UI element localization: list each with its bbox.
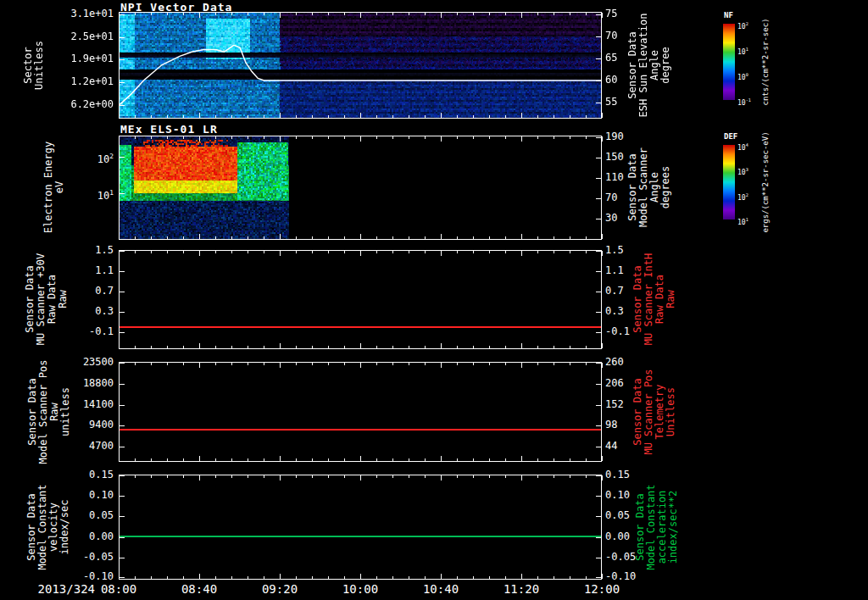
x-tick-mark: [231, 363, 232, 365]
x-tick-mark: [183, 346, 184, 348]
right-axis-label: Sensor DataMU Scanner PosTelemetryUnitle…: [632, 369, 676, 454]
x-tick-mark: [586, 236, 587, 239]
x-tick-mark: [280, 234, 281, 239]
x-tick-mark: [344, 115, 345, 118]
y-tick-mark: [120, 292, 125, 292]
model-constant-velocity-line: [120, 536, 601, 537]
x-tick-mark: [135, 115, 136, 118]
x-tick-mark: [392, 346, 393, 348]
x-tick-mark: [441, 574, 442, 579]
x-tick-mark: [151, 363, 152, 365]
x-tick-mark: [119, 456, 120, 461]
x-tick-mark: [360, 136, 361, 142]
x-tick-mark: [425, 458, 426, 461]
x-tick-mark: [312, 475, 313, 478]
x-tick-mark: [505, 475, 506, 478]
nf-colorbar-units: cnts/(cm**2-sr-sec): [761, 19, 770, 106]
x-tick-mark: [554, 115, 554, 118]
y-tick-label: 0.15: [49, 469, 114, 481]
x-tick-mark: [280, 136, 281, 142]
x-tick-label: 11:20: [504, 582, 539, 596]
x-tick-mark: [441, 251, 442, 256]
x-tick-mark: [183, 576, 184, 579]
y-tick-mark: [120, 447, 125, 447]
y-tick-mark: [596, 496, 601, 497]
y-tick-label: 6.2e+00: [49, 98, 114, 111]
y-tick-mark: [596, 405, 601, 406]
x-tick-mark: [489, 136, 490, 139]
x-tick-mark: [360, 456, 361, 461]
x-tick-mark: [537, 115, 538, 118]
left-axis-label: SectorUnitless: [23, 41, 45, 90]
y-tick-mark: [120, 475, 125, 476]
right-axis-label: Sensor DataModel ScannerAngledegrees: [627, 147, 671, 227]
x-tick-mark: [360, 251, 361, 256]
y-tick-mark: [120, 384, 125, 385]
x-tick-mark: [119, 136, 120, 142]
x-tick-mark: [602, 13, 603, 18]
x-tick-mark: [505, 115, 506, 118]
x-tick-mark: [344, 13, 345, 15]
x-tick-mark: [554, 251, 554, 253]
y-tick-mark: [120, 425, 125, 426]
x-tick-mark: [199, 113, 200, 118]
x-tick-mark: [521, 136, 522, 142]
x-tick-mark: [344, 346, 345, 348]
x-tick-mark: [231, 576, 232, 579]
y-tick-mark: [596, 103, 601, 103]
x-tick-mark: [425, 363, 426, 365]
x-tick-mark: [602, 251, 603, 256]
x-tick-mark: [183, 458, 184, 461]
x-tick-mark: [570, 363, 570, 365]
x-tick-mark: [554, 576, 554, 579]
x-tick-mark: [215, 136, 216, 139]
x-tick-mark: [554, 458, 554, 461]
x-tick-mark: [409, 363, 409, 365]
x-tick-mark: [586, 346, 587, 348]
y-tick-label: 1.9e+01: [49, 53, 114, 65]
x-tick-mark: [264, 251, 264, 253]
y-tick-mark: [596, 251, 601, 252]
y-tick-mark: [120, 516, 125, 517]
x-tick-mark: [280, 475, 281, 481]
x-tick-mark: [215, 346, 216, 348]
x-tick-mark: [489, 458, 490, 461]
x-tick-label: 09:20: [262, 582, 298, 596]
x-tick-mark: [344, 251, 345, 253]
x-tick-mark: [328, 458, 329, 461]
x-tick-mark: [602, 456, 603, 461]
x-tick-mark: [441, 136, 442, 142]
right-axis-label: Sensor DataModel Constantaccelerationind…: [635, 484, 679, 569]
x-tick-mark: [360, 574, 361, 579]
x-tick-mark: [280, 343, 281, 348]
x-tick-mark: [376, 576, 377, 579]
x-tick-mark: [425, 236, 426, 239]
x-tick-mark: [554, 236, 554, 239]
x-tick-mark: [183, 251, 184, 253]
x-tick-mark: [441, 13, 442, 18]
y-tick-mark: [120, 496, 125, 497]
x-tick-mark: [328, 236, 329, 239]
x-tick-mark: [151, 115, 152, 118]
x-tick-mark: [570, 236, 570, 239]
x-tick-mark: [199, 343, 200, 348]
x-tick-mark: [328, 475, 329, 478]
y-tick-mark: [596, 312, 601, 313]
x-tick-mark: [264, 458, 264, 461]
y-tick-mark: [120, 82, 125, 83]
y-tick-mark: [120, 405, 125, 406]
y-tick-mark: [596, 332, 601, 333]
x-tick-mark: [344, 363, 345, 365]
y-tick-mark: [120, 157, 125, 158]
x-tick-mark: [392, 251, 393, 253]
y-tick-mark: [120, 193, 125, 194]
x-tick-mark: [296, 576, 297, 579]
x-tick-mark: [344, 236, 345, 239]
x-tick-mark: [264, 115, 264, 118]
x-tick-mark: [199, 251, 200, 256]
x-tick-mark: [554, 346, 554, 348]
x-tick-mark: [570, 115, 570, 118]
x-tick-mark: [441, 363, 442, 368]
x-tick-mark: [457, 475, 458, 478]
els-spectrogram-panel: [119, 136, 602, 240]
